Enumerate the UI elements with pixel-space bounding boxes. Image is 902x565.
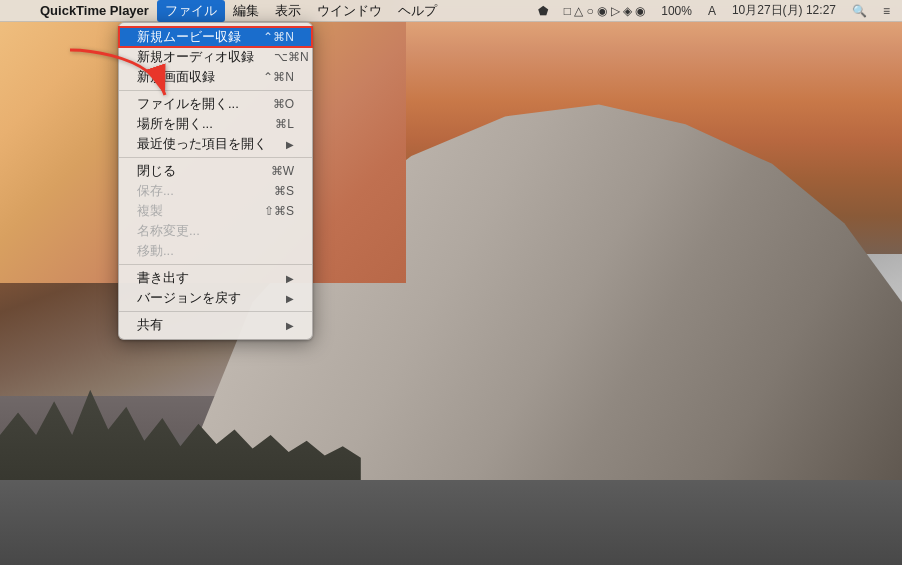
close-label: 閉じる [137,162,251,180]
new-movie-recording-shortcut: ⌃⌘N [263,30,294,44]
move-item[interactable]: 移動... [119,241,312,261]
edit-menu[interactable]: 編集 [225,0,267,22]
revert-arrow-icon: ▶ [286,293,294,304]
export-item[interactable]: 書き出す ▶ [119,268,312,288]
new-audio-recording-shortcut: ⌥⌘N [274,50,309,64]
file-dropdown-menu: 新規ムービー収録 ⌃⌘N 新規オーディオ収録 ⌥⌘N 新規画面収録 ⌃⌘N ファ… [118,22,313,340]
export-arrow-icon: ▶ [286,273,294,284]
new-audio-recording-label: 新規オーディオ収録 [137,48,254,66]
duplicate-item[interactable]: 複製 ⇧⌘S [119,201,312,221]
menubar-input-indicator: A [704,4,720,18]
duplicate-label: 複製 [137,202,244,220]
separator-1 [119,90,312,91]
open-file-label: ファイルを開く... [137,95,253,113]
share-item[interactable]: 共有 ▶ [119,315,312,335]
menubar-dropbox-icon[interactable]: ⬟ [534,4,552,18]
window-menu[interactable]: ウインドウ [309,0,390,22]
open-location-label: 場所を開く... [137,115,255,133]
move-label: 移動... [137,242,294,260]
open-file-item[interactable]: ファイルを開く... ⌘O [119,94,312,114]
app-name-menu[interactable]: QuickTime Player [32,0,157,22]
open-location-item[interactable]: 場所を開く... ⌘L [119,114,312,134]
close-item[interactable]: 閉じる ⌘W [119,161,312,181]
view-menu[interactable]: 表示 [267,0,309,22]
save-shortcut: ⌘S [274,184,294,198]
new-screen-recording-label: 新規画面収録 [137,68,243,86]
open-recent-arrow-icon: ▶ [286,139,294,150]
rename-label: 名称変更... [137,222,294,240]
menubar-battery-label: 100% [657,4,696,18]
revert-item[interactable]: バージョンを戻す ▶ [119,288,312,308]
new-movie-recording-item[interactable]: 新規ムービー収録 ⌃⌘N [119,27,312,47]
menubar-icons-area: □ △ ○ ◉ ▷ ◈ ◉ [560,4,650,18]
share-arrow-icon: ▶ [286,320,294,331]
new-audio-recording-item[interactable]: 新規オーディオ収録 ⌥⌘N [119,47,312,67]
open-recent-item[interactable]: 最近使った項目を開く ▶ [119,134,312,154]
file-menu[interactable]: ファイル [157,0,225,22]
share-label: 共有 [137,316,286,334]
open-location-shortcut: ⌘L [275,117,294,131]
help-menu[interactable]: ヘルプ [390,0,445,22]
save-item[interactable]: 保存... ⌘S [119,181,312,201]
open-file-shortcut: ⌘O [273,97,294,111]
close-shortcut: ⌘W [271,164,294,178]
separator-3 [119,264,312,265]
duplicate-shortcut: ⇧⌘S [264,204,294,218]
new-movie-recording-label: 新規ムービー収録 [137,28,243,46]
save-label: 保存... [137,182,254,200]
new-screen-recording-shortcut: ⌃⌘N [263,70,294,84]
menubar-spotlight-icon[interactable]: 🔍 [848,4,871,18]
separator-2 [119,157,312,158]
revert-label: バージョンを戻す [137,289,286,307]
menubar: QuickTime Player ファイル 編集 表示 ウインドウ ヘルプ ⬟ … [0,0,902,22]
separator-4 [119,311,312,312]
menubar-right-section: ⬟ □ △ ○ ◉ ▷ ◈ ◉ 100% A 10月27日(月) 12:27 🔍… [534,2,894,19]
open-recent-label: 最近使った項目を開く [137,135,286,153]
new-screen-recording-item[interactable]: 新規画面収録 ⌃⌘N [119,67,312,87]
menubar-notification-icon[interactable]: ≡ [879,4,894,18]
rename-item[interactable]: 名称変更... [119,221,312,241]
menubar-datetime: 10月27日(月) 12:27 [728,2,840,19]
export-label: 書き出す [137,269,286,287]
